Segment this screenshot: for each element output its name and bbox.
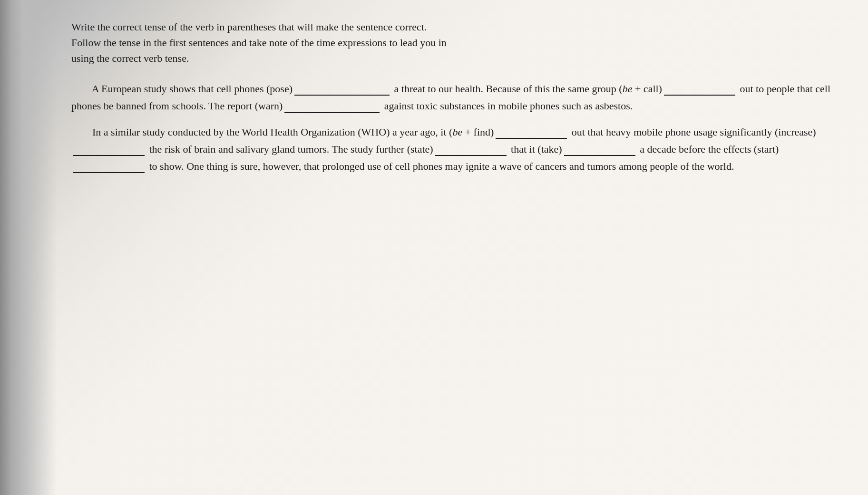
- page-shadow: [0, 0, 57, 495]
- paragraph1: A European study shows that cell phones …: [71, 80, 839, 115]
- paragraph2: In a similar study conducted by the Worl…: [71, 124, 839, 175]
- page-container: Write the correct tense of the verb in p…: [0, 0, 868, 495]
- blank-start: [73, 172, 145, 173]
- blank-be-find: [496, 138, 567, 139]
- blank-be-call: [664, 95, 735, 96]
- blank-warn: [284, 112, 380, 113]
- instruction-line1: Write the correct tense of the verb in p…: [71, 19, 839, 35]
- blank-pose: [294, 95, 390, 96]
- instruction-line3: using the correct verb tense.: [71, 50, 839, 66]
- blank-increase: [73, 155, 145, 156]
- blank-state: [435, 155, 507, 156]
- instruction-line2: Follow the tense in the first sentences …: [71, 35, 839, 50]
- blank-take: [564, 155, 635, 156]
- content-area: Write the correct tense of the verb in p…: [62, 10, 858, 485]
- instructions: Write the correct tense of the verb in p…: [71, 19, 839, 66]
